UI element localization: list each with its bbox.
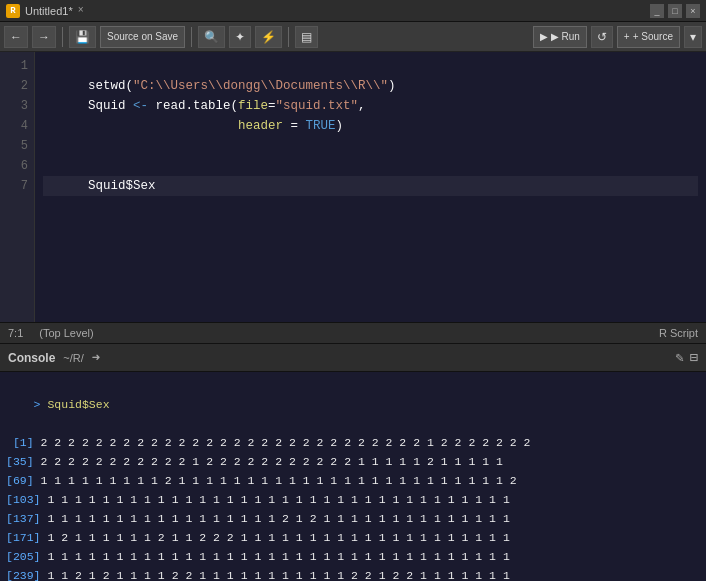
code-editor: 1 2 3 4 5 6 7 setwd("C:\\Users\\dongg\\D…: [0, 52, 706, 322]
code-line-5: [43, 136, 698, 156]
window-controls: _ □ ×: [650, 4, 700, 18]
snippet-button[interactable]: ▤: [295, 26, 318, 48]
line-num-6: 6: [0, 156, 34, 176]
code-line-1: setwd("C:\\Users\\dongg\\Documents\\R\\"…: [43, 56, 698, 76]
status-bar: 7:1 (Top Level) R Script: [0, 322, 706, 344]
app-icon: R: [6, 4, 20, 18]
console-output-4: [103] 1 1 1 1 1 1 1 1 1 1 1 1 1 1 1 1 1 …: [6, 490, 700, 509]
line-numbers-panel: 1 2 3 4 5 6 7: [0, 52, 35, 322]
line-num-2: 2: [0, 76, 34, 96]
console-command: Squid$Sex: [47, 398, 109, 411]
console-output-5: [137] 1 1 1 1 1 1 1 1 1 1 1 1 1 1 1 1 1 …: [6, 509, 700, 528]
toolbar-separator-1: [62, 27, 63, 47]
close-button[interactable]: ×: [686, 4, 700, 18]
console-title: Console: [8, 351, 55, 365]
console-output-1: [1] 2 2 2 2 2 2 2 2 2 2 2 2 2 2 2 2 2 2 …: [6, 433, 700, 452]
console-path: ~/R/: [63, 352, 83, 364]
back-button[interactable]: ←: [4, 26, 28, 48]
maximize-button[interactable]: □: [668, 4, 682, 18]
console-collapse-icon[interactable]: ⊟: [690, 349, 698, 366]
source-on-save-button[interactable]: Source on Save: [100, 26, 185, 48]
line-num-3: 3: [0, 96, 34, 116]
source-dropdown-button[interactable]: ▾: [684, 26, 702, 48]
line-num-4: 4: [0, 116, 34, 136]
console-controls: ✎ ⊟: [675, 349, 698, 366]
editor-toolbar: ← → 💾 Source on Save 🔍 ✦ ⚡ ▤ ▶ ▶ Run ↺ +…: [0, 22, 706, 52]
run-button[interactable]: ▶ ▶ Run: [533, 26, 587, 48]
search-button[interactable]: 🔍: [198, 26, 225, 48]
window-title: Untitled1*: [25, 5, 73, 17]
toolbar-separator-2: [191, 27, 192, 47]
source-plus-icon: +: [624, 31, 630, 42]
toolbar-separator-3: [288, 27, 289, 47]
code-level: (Top Level): [39, 327, 93, 339]
run-icon: ▶: [540, 31, 548, 42]
console-output: > Squid$Sex [1] 2 2 2 2 2 2 2 2 2 2 2 2 …: [0, 372, 706, 581]
wand-button[interactable]: ⚡: [255, 26, 282, 48]
console-prompt-symbol: >: [34, 398, 48, 411]
forward-button[interactable]: →: [32, 26, 56, 48]
line-num-7: 7: [0, 176, 34, 196]
line-num-5: 5: [0, 136, 34, 156]
cursor-position: 7:1: [8, 327, 23, 339]
console-output-3: [69] 1 1 1 1 1 1 1 1 1 2 1 1 1 1 1 1 1 1…: [6, 471, 700, 490]
console-output-7: [205] 1 1 1 1 1 1 1 1 1 1 1 1 1 1 1 1 1 …: [6, 547, 700, 566]
console-output-6: [171] 1 2 1 1 1 1 1 1 2 1 1 2 2 2 1 1 1 …: [6, 528, 700, 547]
magic-button[interactable]: ✦: [229, 26, 251, 48]
console-prompt-line: > Squid$Sex: [6, 376, 700, 433]
save-button[interactable]: 💾: [69, 26, 96, 48]
console-output-8: [239] 1 1 2 1 2 1 1 1 1 2 2 1 1 1 1 1 1 …: [6, 566, 700, 581]
source-button[interactable]: + + Source: [617, 26, 680, 48]
minimize-button[interactable]: _: [650, 4, 664, 18]
script-type: R Script: [659, 327, 698, 339]
source-label: + Source: [633, 31, 673, 42]
title-bar: R Untitled1* × _ □ ×: [0, 0, 706, 22]
code-content[interactable]: setwd("C:\\Users\\dongg\\Documents\\R\\"…: [35, 52, 706, 322]
console-clear-icon[interactable]: ✎: [675, 349, 683, 366]
rerun-button[interactable]: ↺: [591, 26, 613, 48]
console-header: Console ~/R/ ➜ ✎ ⊟: [0, 344, 706, 372]
line-num-1: 1: [0, 56, 34, 76]
tab-close-icon[interactable]: ×: [78, 5, 84, 16]
console-output-2: [35] 2 2 2 2 2 2 2 2 2 2 2 1 2 2 2 2 2 2…: [6, 452, 700, 471]
console-path-icon[interactable]: ➜: [92, 349, 100, 366]
run-label: ▶ Run: [551, 31, 580, 42]
code-line-6: Squid$Sex: [43, 156, 698, 176]
